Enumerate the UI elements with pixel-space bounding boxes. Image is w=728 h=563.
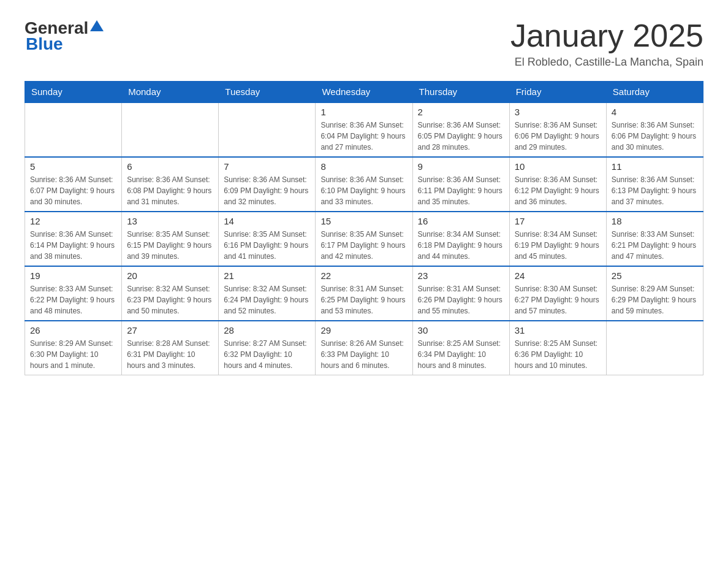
day-number: 20	[127, 270, 213, 281]
calendar-header-saturday: Saturday	[606, 82, 703, 103]
calendar-day-23: 23Sunrise: 8:31 AM Sunset: 6:26 PM Dayli…	[412, 266, 509, 321]
day-info: Sunrise: 8:36 AM Sunset: 6:09 PM Dayligh…	[224, 174, 310, 207]
calendar-day-30: 30Sunrise: 8:25 AM Sunset: 6:34 PM Dayli…	[412, 321, 509, 375]
calendar-day-13: 13Sunrise: 8:35 AM Sunset: 6:15 PM Dayli…	[122, 212, 219, 266]
day-number: 9	[418, 161, 504, 172]
calendar-day-1: 1Sunrise: 8:36 AM Sunset: 6:04 PM Daylig…	[316, 102, 412, 157]
calendar-day-10: 10Sunrise: 8:36 AM Sunset: 6:12 PM Dayli…	[509, 157, 606, 212]
page-header: General Blue January 2025 El Robledo, Ca…	[25, 18, 703, 69]
day-info: Sunrise: 8:36 AM Sunset: 6:10 PM Dayligh…	[320, 174, 407, 207]
day-info: Sunrise: 8:36 AM Sunset: 6:06 PM Dayligh…	[515, 120, 601, 153]
day-number: 27	[127, 325, 213, 335]
day-info: Sunrise: 8:25 AM Sunset: 6:36 PM Dayligh…	[515, 338, 601, 371]
logo-triangle-icon	[90, 20, 104, 31]
calendar-week-row: 5Sunrise: 8:36 AM Sunset: 6:07 PM Daylig…	[25, 157, 703, 212]
day-info: Sunrise: 8:33 AM Sunset: 6:21 PM Dayligh…	[612, 229, 698, 262]
svg-marker-0	[90, 20, 104, 31]
day-number: 8	[320, 161, 407, 172]
calendar-day-25: 25Sunrise: 8:29 AM Sunset: 6:29 PM Dayli…	[606, 266, 703, 321]
day-info: Sunrise: 8:35 AM Sunset: 6:17 PM Dayligh…	[320, 229, 407, 262]
calendar-day-26: 26Sunrise: 8:29 AM Sunset: 6:30 PM Dayli…	[25, 321, 122, 375]
calendar-day-3: 3Sunrise: 8:36 AM Sunset: 6:06 PM Daylig…	[509, 102, 606, 157]
day-number: 11	[612, 161, 698, 172]
calendar-day-6: 6Sunrise: 8:36 AM Sunset: 6:08 PM Daylig…	[122, 157, 219, 212]
day-info: Sunrise: 8:31 AM Sunset: 6:25 PM Dayligh…	[320, 283, 407, 316]
title-block: January 2025 El Robledo, Castille-La Man…	[510, 18, 703, 69]
day-info: Sunrise: 8:32 AM Sunset: 6:24 PM Dayligh…	[224, 283, 310, 316]
calendar-day-17: 17Sunrise: 8:34 AM Sunset: 6:19 PM Dayli…	[509, 212, 606, 266]
calendar-day-15: 15Sunrise: 8:35 AM Sunset: 6:17 PM Dayli…	[316, 212, 412, 266]
calendar-header-monday: Monday	[122, 82, 219, 103]
day-number: 24	[515, 270, 601, 281]
day-number: 14	[224, 216, 310, 226]
day-info: Sunrise: 8:27 AM Sunset: 6:32 PM Dayligh…	[224, 338, 310, 371]
calendar-table: SundayMondayTuesdayWednesdayThursdayFrid…	[25, 81, 703, 375]
day-info: Sunrise: 8:34 AM Sunset: 6:18 PM Dayligh…	[418, 229, 504, 262]
day-number: 23	[418, 270, 504, 281]
calendar-day-16: 16Sunrise: 8:34 AM Sunset: 6:18 PM Dayli…	[412, 212, 509, 266]
day-info: Sunrise: 8:36 AM Sunset: 6:06 PM Dayligh…	[612, 120, 698, 153]
day-number: 13	[127, 216, 213, 226]
calendar-day-9: 9Sunrise: 8:36 AM Sunset: 6:11 PM Daylig…	[412, 157, 509, 212]
day-info: Sunrise: 8:32 AM Sunset: 6:23 PM Dayligh…	[127, 283, 213, 316]
calendar-day-29: 29Sunrise: 8:26 AM Sunset: 6:33 PM Dayli…	[316, 321, 412, 375]
day-number: 3	[515, 107, 601, 117]
day-info: Sunrise: 8:29 AM Sunset: 6:30 PM Dayligh…	[30, 338, 116, 371]
calendar-header-tuesday: Tuesday	[219, 82, 316, 103]
calendar-day-21: 21Sunrise: 8:32 AM Sunset: 6:24 PM Dayli…	[219, 266, 316, 321]
calendar-empty-cell	[219, 102, 316, 157]
calendar-week-row: 1Sunrise: 8:36 AM Sunset: 6:04 PM Daylig…	[25, 102, 703, 157]
day-info: Sunrise: 8:36 AM Sunset: 6:12 PM Dayligh…	[515, 174, 601, 207]
day-info: Sunrise: 8:35 AM Sunset: 6:15 PM Dayligh…	[127, 229, 213, 262]
day-info: Sunrise: 8:28 AM Sunset: 6:31 PM Dayligh…	[127, 338, 213, 371]
day-number: 18	[612, 216, 698, 226]
calendar-header-wednesday: Wednesday	[316, 82, 412, 103]
calendar-week-row: 26Sunrise: 8:29 AM Sunset: 6:30 PM Dayli…	[25, 321, 703, 375]
day-info: Sunrise: 8:26 AM Sunset: 6:33 PM Dayligh…	[320, 338, 407, 371]
day-info: Sunrise: 8:30 AM Sunset: 6:27 PM Dayligh…	[515, 283, 601, 316]
calendar-day-27: 27Sunrise: 8:28 AM Sunset: 6:31 PM Dayli…	[122, 321, 219, 375]
calendar-day-12: 12Sunrise: 8:36 AM Sunset: 6:14 PM Dayli…	[25, 212, 122, 266]
day-number: 29	[320, 325, 407, 335]
day-number: 21	[224, 270, 310, 281]
calendar-day-24: 24Sunrise: 8:30 AM Sunset: 6:27 PM Dayli…	[509, 266, 606, 321]
calendar-header-row: SundayMondayTuesdayWednesdayThursdayFrid…	[25, 82, 703, 103]
calendar-day-8: 8Sunrise: 8:36 AM Sunset: 6:10 PM Daylig…	[316, 157, 412, 212]
day-number: 1	[320, 107, 407, 117]
day-number: 2	[418, 107, 504, 117]
day-number: 25	[612, 270, 698, 281]
calendar-day-7: 7Sunrise: 8:36 AM Sunset: 6:09 PM Daylig…	[219, 157, 316, 212]
day-info: Sunrise: 8:36 AM Sunset: 6:07 PM Dayligh…	[30, 174, 116, 207]
day-info: Sunrise: 8:36 AM Sunset: 6:05 PM Dayligh…	[418, 120, 504, 153]
day-number: 15	[320, 216, 407, 226]
day-number: 7	[224, 161, 310, 172]
calendar-day-19: 19Sunrise: 8:33 AM Sunset: 6:22 PM Dayli…	[25, 266, 122, 321]
calendar-header-friday: Friday	[509, 82, 606, 103]
day-info: Sunrise: 8:29 AM Sunset: 6:29 PM Dayligh…	[612, 283, 698, 316]
calendar-day-31: 31Sunrise: 8:25 AM Sunset: 6:36 PM Dayli…	[509, 321, 606, 375]
calendar-week-row: 19Sunrise: 8:33 AM Sunset: 6:22 PM Dayli…	[25, 266, 703, 321]
month-title: January 2025	[510, 18, 703, 53]
calendar-empty-cell	[25, 102, 122, 157]
day-number: 31	[515, 325, 601, 335]
calendar-day-5: 5Sunrise: 8:36 AM Sunset: 6:07 PM Daylig…	[25, 157, 122, 212]
day-number: 5	[30, 161, 116, 172]
calendar-header-thursday: Thursday	[412, 82, 509, 103]
day-info: Sunrise: 8:34 AM Sunset: 6:19 PM Dayligh…	[515, 229, 601, 262]
day-info: Sunrise: 8:36 AM Sunset: 6:08 PM Dayligh…	[127, 174, 213, 207]
calendar-header-sunday: Sunday	[25, 82, 122, 103]
day-number: 16	[418, 216, 504, 226]
calendar-day-14: 14Sunrise: 8:35 AM Sunset: 6:16 PM Dayli…	[219, 212, 316, 266]
day-number: 30	[418, 325, 504, 335]
day-info: Sunrise: 8:36 AM Sunset: 6:14 PM Dayligh…	[30, 229, 116, 262]
day-number: 28	[224, 325, 310, 335]
day-info: Sunrise: 8:36 AM Sunset: 6:04 PM Dayligh…	[320, 120, 407, 153]
day-number: 12	[30, 216, 116, 226]
logo-blue: Blue	[26, 34, 63, 54]
day-info: Sunrise: 8:31 AM Sunset: 6:26 PM Dayligh…	[418, 283, 504, 316]
day-info: Sunrise: 8:36 AM Sunset: 6:11 PM Dayligh…	[418, 174, 504, 207]
day-info: Sunrise: 8:25 AM Sunset: 6:34 PM Dayligh…	[418, 338, 504, 371]
calendar-day-20: 20Sunrise: 8:32 AM Sunset: 6:23 PM Dayli…	[122, 266, 219, 321]
calendar-day-4: 4Sunrise: 8:36 AM Sunset: 6:06 PM Daylig…	[606, 102, 703, 157]
day-info: Sunrise: 8:36 AM Sunset: 6:13 PM Dayligh…	[612, 174, 698, 207]
